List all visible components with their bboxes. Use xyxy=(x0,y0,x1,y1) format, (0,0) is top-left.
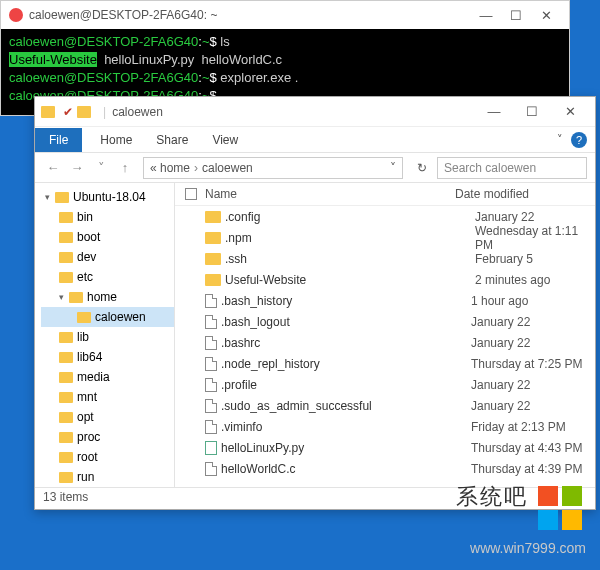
file-date: January 22 xyxy=(475,210,595,224)
tree-item-root[interactable]: root xyxy=(41,447,174,467)
tree-item-dev[interactable]: dev xyxy=(41,247,174,267)
file-name: .bashrc xyxy=(221,336,471,350)
file-row[interactable]: .sshFebruary 5 xyxy=(175,248,595,269)
file-row[interactable]: .viminfoFriday at 2:13 PM xyxy=(175,416,595,437)
terminal-titlebar[interactable]: caloewen@DESKTOP-2FA6G40: ~ — ☐ ✕ xyxy=(1,1,569,29)
file-icon xyxy=(205,399,217,413)
file-row[interactable]: .profileJanuary 22 xyxy=(175,374,595,395)
folder-icon xyxy=(59,352,73,363)
tree-item-lib[interactable]: lib xyxy=(41,327,174,347)
tree-label: boot xyxy=(77,230,100,244)
file-row[interactable]: .node_repl_historyThursday at 7:25 PM xyxy=(175,353,595,374)
tree-item-media[interactable]: media xyxy=(41,367,174,387)
tab-home[interactable]: Home xyxy=(88,128,144,152)
python-file-icon xyxy=(205,441,217,455)
close-button[interactable]: ✕ xyxy=(531,8,561,23)
tree-label: proc xyxy=(77,430,100,444)
ubuntu-icon xyxy=(9,8,23,22)
search-placeholder: Search caloewen xyxy=(444,161,536,175)
file-icon xyxy=(205,357,217,371)
tree-item-home[interactable]: ▾home xyxy=(41,287,174,307)
tree-label: caloewen xyxy=(95,310,146,324)
refresh-button[interactable]: ↻ xyxy=(411,161,433,175)
column-date[interactable]: Date modified xyxy=(455,187,595,201)
ribbon: File Home Share View ˅ ? xyxy=(35,127,595,153)
tree-label: opt xyxy=(77,410,94,424)
window-title: caloewen xyxy=(112,105,163,119)
file-row[interactable]: .bash_history1 hour ago xyxy=(175,290,595,311)
column-name[interactable]: Name xyxy=(205,187,455,201)
back-button[interactable]: ← xyxy=(43,160,63,175)
tree-item-bin[interactable]: bin xyxy=(41,207,174,227)
recent-dropdown-icon[interactable]: ˅ xyxy=(91,160,111,175)
tab-share[interactable]: Share xyxy=(144,128,200,152)
prompt-path: ~ xyxy=(202,70,210,85)
tab-view[interactable]: View xyxy=(200,128,250,152)
file-date: Thursday at 4:39 PM xyxy=(471,462,595,476)
tree-item-etc[interactable]: etc xyxy=(41,267,174,287)
select-all-checkbox[interactable] xyxy=(183,187,205,201)
nav-tree[interactable]: ▾Ubuntu-18.04 bin boot dev etc ▾home cal… xyxy=(35,183,175,487)
qat-checkmark-icon[interactable]: ✔ xyxy=(63,105,73,119)
tree-item-opt[interactable]: opt xyxy=(41,407,174,427)
search-input[interactable]: Search caloewen xyxy=(437,157,587,179)
folder-icon xyxy=(59,332,73,343)
folder-icon xyxy=(55,192,69,203)
cmd-explorer: explorer.exe . xyxy=(220,70,298,85)
file-row[interactable]: .bash_logoutJanuary 22 xyxy=(175,311,595,332)
watermark-brand: 系统吧 xyxy=(456,482,528,512)
folder-icon xyxy=(205,211,221,223)
file-name: .sudo_as_admin_successful xyxy=(221,399,471,413)
ribbon-expand-icon[interactable]: ˅ xyxy=(549,133,571,146)
maximize-button[interactable]: ☐ xyxy=(501,8,531,23)
folder-icon xyxy=(59,432,73,443)
help-icon[interactable]: ? xyxy=(571,132,587,148)
terminal-title: caloewen@DESKTOP-2FA6G40: ~ xyxy=(29,8,217,22)
explorer-window: ✔ | caloewen — ☐ ✕ File Home Share View … xyxy=(34,96,596,510)
tree-item-boot[interactable]: boot xyxy=(41,227,174,247)
minimize-button[interactable]: — xyxy=(475,104,513,119)
tree-item-proc[interactable]: proc xyxy=(41,427,174,447)
tree-item-run[interactable]: run xyxy=(41,467,174,487)
address-bar[interactable]: « home › caloewen ˅ xyxy=(143,157,403,179)
file-list[interactable]: Name Date modified .configJanuary 22 .np… xyxy=(175,183,595,487)
tree-item-caloewen[interactable]: caloewen xyxy=(41,307,174,327)
file-row[interactable]: Useful-Website2 minutes ago xyxy=(175,269,595,290)
folder-icon xyxy=(205,253,221,265)
prompt-path: ~ xyxy=(202,34,210,49)
file-name: .bash_logout xyxy=(221,315,471,329)
tree-label: home xyxy=(87,290,117,304)
breadcrumb-home[interactable]: « home xyxy=(150,161,190,175)
file-row[interactable]: .bashrcJanuary 22 xyxy=(175,332,595,353)
forward-button[interactable]: → xyxy=(67,160,87,175)
qat-separator: | xyxy=(103,105,106,119)
tree-label: mnt xyxy=(77,390,97,404)
file-name: .profile xyxy=(221,378,471,392)
folder-icon xyxy=(77,106,91,118)
file-row[interactable]: helloLinuxPy.pyThursday at 4:43 PM xyxy=(175,437,595,458)
folder-icon xyxy=(69,292,83,303)
tree-label: etc xyxy=(77,270,93,284)
tree-label: run xyxy=(77,470,94,484)
folder-icon xyxy=(205,274,221,286)
tree-item-lib64[interactable]: lib64 xyxy=(41,347,174,367)
minimize-button[interactable]: — xyxy=(471,8,501,23)
watermark-url: www.win7999.com xyxy=(470,540,586,556)
file-row[interactable]: .sudo_as_admin_successfulJanuary 22 xyxy=(175,395,595,416)
column-headers: Name Date modified xyxy=(175,183,595,206)
explorer-titlebar[interactable]: ✔ | caloewen — ☐ ✕ xyxy=(35,97,595,127)
breadcrumb-caloewen[interactable]: caloewen xyxy=(202,161,253,175)
up-button[interactable]: ↑ xyxy=(115,160,135,175)
file-row[interactable]: helloWorldC.cThursday at 4:39 PM xyxy=(175,458,595,479)
tree-item-mnt[interactable]: mnt xyxy=(41,387,174,407)
folder-icon xyxy=(59,272,73,283)
close-button[interactable]: ✕ xyxy=(551,104,589,119)
item-count: 13 items xyxy=(43,490,88,504)
tree-item-ubuntu[interactable]: ▾Ubuntu-18.04 xyxy=(41,187,174,207)
maximize-button[interactable]: ☐ xyxy=(513,104,551,119)
file-icon xyxy=(205,336,217,350)
tab-file[interactable]: File xyxy=(35,128,82,152)
file-date: February 5 xyxy=(475,252,595,266)
file-row[interactable]: .npmWednesday at 1:11 PM xyxy=(175,227,595,248)
address-dropdown-icon[interactable]: ˅ xyxy=(390,161,396,175)
